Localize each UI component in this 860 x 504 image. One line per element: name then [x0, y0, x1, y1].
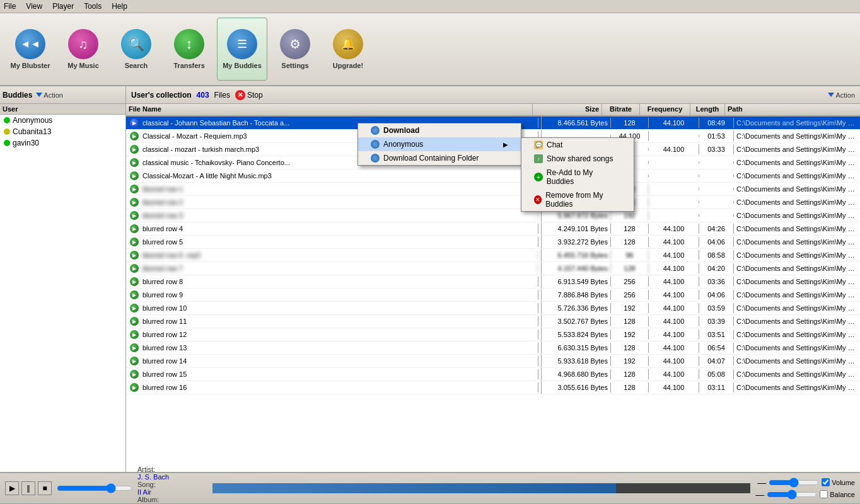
- buddies-action-button[interactable]: Action: [36, 91, 63, 99]
- file-path: C:\Documents and Settings\Kim\My Documen…: [734, 277, 860, 287]
- file-frequency: 44.100: [649, 290, 699, 300]
- myblubster-button[interactable]: My Blubster: [5, 18, 55, 81]
- anonymous-submenu: 💬 Chat ♪ Show shared songs + Re-Add to M…: [521, 137, 634, 212]
- file-frequency: 44.100: [649, 118, 699, 128]
- file-path: C:\Documents and Settings\Kim\My Documen…: [734, 382, 860, 392]
- menu-file[interactable]: File: [4, 2, 16, 11]
- table-row[interactable]: ▶blurred row 24.800.483 Bytes192C:\Docum…: [126, 196, 860, 209]
- table-row[interactable]: ▶blurred row 125.533.824 Bytes19244.1000…: [126, 328, 860, 341]
- filename-cell: ▶blurred row 13: [126, 341, 542, 354]
- table-row[interactable]: ▶blurred row 105.726.336 Bytes19244.1000…: [126, 302, 860, 315]
- file-path: C:\Documents and Settings\Kim\My Documen…: [734, 316, 860, 326]
- list-item[interactable]: Anonymous: [0, 115, 125, 126]
- table-row[interactable]: ▶blurred row 154.968.680 Bytes12844.1000…: [126, 368, 860, 381]
- table-row[interactable]: ▶blurred row 35.967.872 Bytes192C:\Docum…: [126, 209, 860, 222]
- file-size: 4.968.680 Bytes: [542, 369, 611, 379]
- table-row[interactable]: ▶blurred row 74.157.440 Bytes12844.10004…: [126, 262, 860, 275]
- toolbar: My Blubster My Music Search Transfers My…: [0, 13, 860, 86]
- stop-button[interactable]: ✕ Stop: [235, 90, 263, 100]
- file-size: 3.055.616 Bytes: [542, 382, 611, 392]
- menu-tools[interactable]: Tools: [84, 2, 102, 11]
- file-path: C:\Documents and Settings\Kim\My Documen…: [734, 303, 860, 313]
- collection-title: User's collection: [131, 91, 192, 100]
- readd-label: Re-Add to My Buddies: [547, 168, 621, 186]
- vol-icon: —: [757, 478, 766, 488]
- seek-slider[interactable]: [57, 483, 132, 493]
- file-frequency: [649, 161, 699, 164]
- mybuddies-button[interactable]: My Buddies: [217, 18, 267, 81]
- file-play-icon: ▶: [130, 185, 139, 193]
- file-length: 03:39: [699, 316, 734, 326]
- remove-icon: ✕: [534, 195, 542, 204]
- table-row[interactable]: ▶blurred row 53.932.272 Bytes12844.10004…: [126, 236, 860, 249]
- readd-menu-item[interactable]: + Re-Add to My Buddies: [521, 166, 634, 188]
- artist-label-text: Artist:: [137, 466, 207, 473]
- table-row[interactable]: ▶blurred row 136.630.315 Bytes12844.1000…: [126, 341, 860, 355]
- balance-slider[interactable]: [767, 490, 817, 500]
- table-row[interactable]: ▶Classical-Mozart - A little Night Music…: [126, 169, 860, 183]
- header-filename: File Name: [126, 104, 533, 115]
- folder-globe-icon: [371, 154, 380, 163]
- buddies-header: User: [0, 104, 125, 115]
- settings-label: Settings: [281, 62, 308, 69]
- file-name: blurred row 12: [140, 329, 538, 340]
- table-row[interactable]: ▶blurred row 44.249.101 Bytes12844.10004…: [126, 222, 860, 236]
- stop-label: Stop: [247, 91, 263, 100]
- show-shared-menu-item[interactable]: ♪ Show shared songs: [521, 152, 634, 166]
- collection-action-button[interactable]: Action: [828, 91, 855, 99]
- readd-icon: +: [534, 173, 543, 181]
- table-row[interactable]: ▶blurred row 86.913.549 Bytes25644.10003…: [126, 275, 860, 289]
- upgrade-button[interactable]: Upgrade!: [323, 18, 373, 81]
- download-menu-item[interactable]: Download: [358, 123, 521, 137]
- balance-checkbox[interactable]: [820, 490, 828, 498]
- download-folder-menu-item[interactable]: Download Containing Folder: [358, 151, 521, 165]
- anonymous-menu-item[interactable]: Anonymous 💬 Chat ♪ Show shared songs + R…: [358, 137, 521, 151]
- table-row[interactable]: ▶blurred row 113.502.767 Bytes12844.1000…: [126, 315, 860, 328]
- volume-checkbox[interactable]: [822, 478, 830, 486]
- table-row[interactable]: ▶blurred row 145.933.618 Bytes19244.1000…: [126, 355, 860, 368]
- file-length: 03:59: [699, 303, 734, 313]
- list-item[interactable]: Cubanita13: [0, 126, 125, 137]
- file-name: blurred row 11: [140, 316, 538, 326]
- mymusic-button[interactable]: My Music: [58, 18, 108, 81]
- settings-button[interactable]: Settings: [270, 18, 320, 81]
- file-play-icon: ▶: [130, 277, 139, 286]
- list-item[interactable]: gavin30: [0, 137, 125, 149]
- remove-menu-item[interactable]: ✕ Remove from My Buddies: [521, 188, 634, 211]
- upgrade-icon: [333, 29, 363, 59]
- filename-cell: ▶blurred row 5: [126, 236, 542, 248]
- pause-button[interactable]: ‖: [21, 481, 35, 495]
- table-row[interactable]: ▶blurred row 15.158.746 Bytes192C:\Docum…: [126, 183, 860, 196]
- menu-player[interactable]: Player: [52, 2, 74, 11]
- play-button[interactable]: ▶: [5, 481, 19, 495]
- file-frequency: [649, 214, 699, 217]
- table-row[interactable]: ▶blurred row 6 .mp36.455.716 Bytes9644.1…: [126, 249, 860, 262]
- volume-checkbox-label: Volume: [822, 478, 855, 486]
- show-shared-label: Show shared songs: [547, 154, 613, 163]
- search-button[interactable]: Search: [111, 18, 161, 81]
- action-triangle-icon: [36, 93, 42, 97]
- table-row[interactable]: ▶blurred row 163.055.616 Bytes12844.1000…: [126, 381, 860, 394]
- balance-checkbox-label: Balance: [820, 490, 855, 498]
- filename-cell: ▶blurred row 7: [126, 262, 542, 275]
- file-frequency: 44.100: [649, 356, 699, 366]
- file-length: [699, 214, 734, 217]
- table-row[interactable]: ▶blurred row 97.886.848 Bytes25644.10004…: [126, 289, 860, 302]
- file-frequency: 44.100: [649, 329, 699, 340]
- volume-slider[interactable]: [769, 478, 819, 488]
- menu-help[interactable]: Help: [112, 2, 127, 11]
- progress-track[interactable]: [212, 483, 750, 493]
- file-bitrate: 256: [611, 290, 649, 300]
- header-size: Size: [533, 104, 602, 115]
- stop-button[interactable]: ■: [38, 481, 52, 495]
- menu-view[interactable]: View: [26, 2, 42, 11]
- artist-value: J. S. Bach: [137, 473, 207, 481]
- download-label: Download: [383, 126, 419, 135]
- file-path: C:\Documents and Settings\Kim\My Documen…: [734, 197, 860, 207]
- filename-cell: ▶blurred row 15: [126, 368, 542, 381]
- transfers-button[interactable]: Transfers: [164, 18, 214, 81]
- file-size: 3.932.272 Bytes: [542, 237, 611, 247]
- chat-menu-item[interactable]: 💬 Chat: [521, 138, 634, 152]
- file-path: C:\Documents and Settings\Kim\My Documen…: [734, 237, 860, 247]
- buddies-action-label: Action: [44, 91, 63, 99]
